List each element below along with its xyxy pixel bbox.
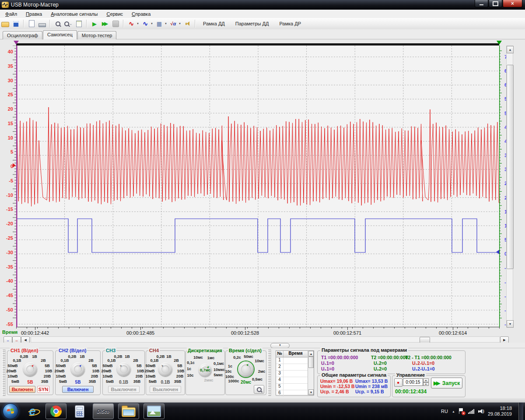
print-button[interactable]: [37, 19, 47, 28]
show-desktop-button[interactable]: [518, 402, 523, 420]
time-minor-tick: [373, 327, 374, 329]
print-preview-button[interactable]: [27, 19, 36, 28]
table-scroll-down[interactable]: ▼: [308, 389, 314, 395]
horizontal-scrollbar[interactable]: [31, 336, 500, 343]
stop-button[interactable]: ■: [394, 378, 402, 387]
params-dd-button[interactable]: Параметры ДД: [232, 20, 273, 27]
taskbar-calculator[interactable]: [71, 404, 88, 419]
ch2-knob[interactable]: ▲: [71, 362, 85, 376]
formula-button[interactable]: √α: [168, 19, 178, 28]
dial-label: 50мВ: [7, 364, 18, 368]
horizontal-scroll-thumb[interactable]: [420, 337, 430, 343]
ch4-state-button[interactable]: Выключен: [150, 386, 181, 393]
minimize-button[interactable]: [475, 0, 488, 7]
ch1-zero-marker[interactable]: [13, 163, 16, 168]
red-signal-button[interactable]: ∿: [126, 19, 136, 28]
spin-down-icon[interactable]: ▼: [423, 382, 429, 386]
waveform-plot[interactable]: [16, 46, 499, 327]
dial-label: 10с: [187, 373, 193, 378]
interval-spinbox[interactable]: 0:00:15: [403, 378, 423, 386]
scroll-up-button[interactable]: ▲: [507, 46, 514, 53]
dial-label: 0,1В: [150, 358, 158, 363]
time-minor-tick: [153, 327, 153, 329]
frame-dr-button[interactable]: Рамка ДР: [276, 20, 304, 27]
open-file-button[interactable]: [0, 19, 10, 28]
data-table-button[interactable]: ▦: [154, 19, 164, 28]
ch2-title: CH2 (В/дел): [58, 348, 87, 353]
record-button[interactable]: [111, 19, 120, 28]
panel-grip-middle[interactable]: [268, 350, 271, 396]
spin-up-icon[interactable]: ▲: [423, 378, 429, 382]
blue-signal-dropdown[interactable]: ▼: [150, 22, 154, 25]
zoom-horizontal-button[interactable]: ↔: [63, 19, 73, 28]
time-minor-tick: [394, 327, 395, 329]
menu-item-4[interactable]: Справка: [127, 10, 155, 18]
time-minor-tick: [489, 327, 489, 329]
panel-grip-left[interactable]: [2, 350, 6, 396]
zoom-time-button[interactable]: [53, 19, 63, 28]
taskbar-explorer[interactable]: [118, 403, 139, 419]
taskbar-ie[interactable]: e: [24, 404, 41, 419]
language-indicator[interactable]: RU: [441, 409, 448, 414]
sampling-title: Дискретизация: [187, 348, 223, 353]
menu-item-3[interactable]: Сервис: [102, 10, 127, 18]
data-table-dropdown[interactable]: ▼: [164, 22, 168, 25]
interval-spinner[interactable]: ▲ ▼: [423, 378, 429, 386]
ch1-knob[interactable]: ▲: [23, 362, 37, 376]
network-icon[interactable]: [468, 409, 474, 414]
frame-dd-button[interactable]: Рамка ДД: [200, 20, 228, 27]
vertical-scrollbar[interactable]: ▲ ▼: [506, 46, 513, 327]
hidden-icons-arrow[interactable]: ▲: [452, 410, 455, 413]
splitter[interactable]: ▼: [0, 343, 525, 348]
time-minor-tick: [16, 327, 17, 329]
ch2-zero-marker[interactable]: [496, 250, 499, 254]
ch3-state-button[interactable]: Выключен: [108, 386, 140, 393]
table-scroll-thumb[interactable]: [308, 357, 314, 368]
close-button[interactable]: ×: [503, 0, 522, 7]
save-button[interactable]: [11, 19, 21, 28]
ch2-state-button[interactable]: Включен: [62, 386, 94, 393]
left-axis-label: -50: [6, 307, 13, 313]
time-minor-tick: [132, 327, 132, 329]
ch3-knob[interactable]: ▲: [117, 362, 131, 376]
scroll-down-button[interactable]: ▼: [507, 320, 514, 328]
table-scroll-up[interactable]: ▲: [308, 351, 314, 357]
tab-motor-tester[interactable]: Мотор-тестер: [77, 31, 117, 39]
taskbar-chrome[interactable]: [46, 403, 66, 419]
vertical-scroll-thumb[interactable]: [507, 65, 514, 269]
start-button[interactable]: ▶: [90, 19, 99, 28]
blue-signal-button[interactable]: ∿: [140, 19, 150, 28]
red-signal-dropdown[interactable]: ▼: [136, 22, 140, 25]
tab-recorder[interactable]: Самописец: [43, 30, 77, 39]
blue-wave-icon: ∿: [143, 20, 148, 27]
marker-t2-handle[interactable]: [497, 41, 502, 45]
fast-start-button[interactable]: ▶▶: [100, 19, 110, 28]
formula-dropdown[interactable]: ▼: [178, 22, 182, 25]
sound-button[interactable]: [182, 19, 192, 28]
table-scrollbar[interactable]: ▲ ▼: [308, 351, 314, 395]
ch4-knob[interactable]: ▲: [158, 362, 172, 376]
titlebar[interactable]: USB Мотор-Мастер ×: [0, 0, 525, 10]
taskbar-disco-active[interactable]: DiSco: [93, 403, 114, 419]
clock[interactable]: 18:18 29.08.2019: [488, 406, 512, 417]
menu-item-1[interactable]: Правка: [21, 10, 46, 18]
dial-label: 50мс: [244, 354, 253, 359]
menu-item-2[interactable]: Аналоговые сигналы: [46, 10, 102, 18]
taskbar-photo-viewer[interactable]: [144, 403, 164, 419]
start-button-orb[interactable]: [3, 403, 18, 419]
copy-report-button[interactable]: [74, 19, 84, 28]
app-icon: [2, 2, 9, 8]
volume-icon[interactable]: )): [478, 409, 484, 413]
timebase-knob[interactable]: ▲: [238, 361, 254, 377]
run-button[interactable]: ▶▶ Запуск: [431, 378, 462, 388]
maximize-button[interactable]: [489, 0, 502, 7]
timebase-zoom-button[interactable]: [254, 385, 264, 394]
menu-item-0[interactable]: Файл: [1, 10, 21, 18]
dial-label: 0,2В: [68, 354, 76, 359]
ch1-state-button[interactable]: Включен: [9, 386, 35, 393]
ch1-syn-button[interactable]: SYN: [37, 386, 49, 393]
action-center-icon[interactable]: ×: [459, 408, 464, 414]
tab-oscilloscope[interactable]: Осциллограф: [3, 31, 42, 39]
row-number: 3: [276, 371, 284, 377]
dial-label: 1В: [80, 354, 85, 359]
